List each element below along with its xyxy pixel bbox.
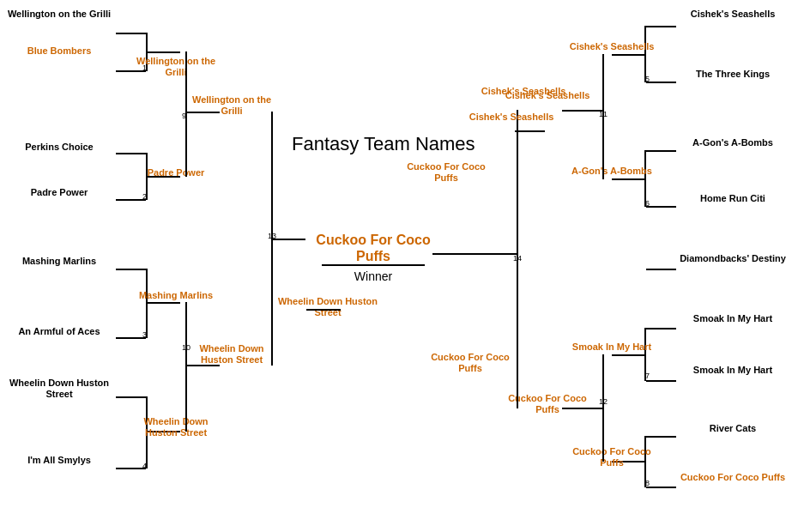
team-wheelin-r1: Wheelin Down Huston Street	[3, 378, 115, 400]
team-agon-r2: A-Gon's A-Bombs	[565, 166, 659, 177]
team-wellington-top: Wellington on the Grilli	[3, 9, 115, 20]
team-river-cats: River Cats	[677, 423, 789, 434]
team-cishek-mid: Cishek's Seashells	[469, 112, 554, 123]
team-smoak-r2: Smoak In My Hart	[565, 342, 659, 353]
team-wellington-r2: Wellington on the Grilli	[133, 56, 219, 78]
team-smylys: I'm All Smylys	[3, 455, 115, 466]
bracket-container: Fantasy Team Names Wellington on the Gri…	[0, 0, 792, 532]
team-agon-r1: A-Gon's A-Bombs	[677, 137, 789, 148]
team-blue-bombers: Blue Bombers	[3, 45, 115, 57]
team-cuckoo-r1: Cuckoo For Coco Puffs	[677, 472, 789, 483]
team-three-kings: The Three Kings	[677, 69, 789, 80]
team-cuckoo-finalist: Cuckoo For Coco Puffs	[423, 352, 517, 374]
team-smoak-r1: Smoak In My Hart	[677, 313, 789, 324]
team-wheelin-r3: Wheelin Down Huston Street	[189, 343, 275, 366]
winner-name: Cuckoo For Coco Puffs	[305, 232, 442, 264]
bracket-title: Fantasy Team Names	[292, 133, 475, 155]
team-mashing-r2: Mashing Marlins	[133, 290, 219, 301]
team-armful: An Armful of Aces	[3, 326, 115, 337]
team-cuckoo-r3: Cuckoo For Coco Puffs	[500, 393, 595, 415]
team-cishek-top: Cishek's Seashells	[677, 9, 789, 20]
team-cuckoo-r2: Cuckoo For Coco Puffs	[565, 446, 659, 469]
team-wellington-r3: Wellington on the Grilli	[189, 94, 275, 117]
winner-section: Cuckoo For Coco Puffs Winner	[305, 232, 442, 283]
winner-underline	[322, 264, 425, 266]
team-wheelin-r2: Wheelin Down Huston Street	[133, 416, 219, 438]
team-perkins: Perkins Choice	[3, 142, 115, 153]
team-cuckoo-semi: Cuckoo For Coco Puffs	[403, 161, 489, 184]
team-smoak-r1b: Smoak In My Hart	[677, 365, 789, 376]
team-cishek-r2: Cishek's Seashells	[565, 41, 659, 52]
team-mashing-r1: Mashing Marlins	[3, 256, 115, 267]
team-padre-r1: Padre Power	[3, 187, 115, 198]
team-cishek-center: Cishek's Seashells	[481, 86, 566, 97]
team-wheelin-finalist: Wheelin Down Huston Street	[276, 296, 379, 318]
team-diamondbacks: Diamondbacks' Destiny	[677, 253, 789, 264]
team-padre-r2: Padre Power	[133, 167, 219, 178]
winner-label: Winner	[305, 269, 442, 283]
team-homerun: Home Run Citi	[677, 193, 789, 204]
